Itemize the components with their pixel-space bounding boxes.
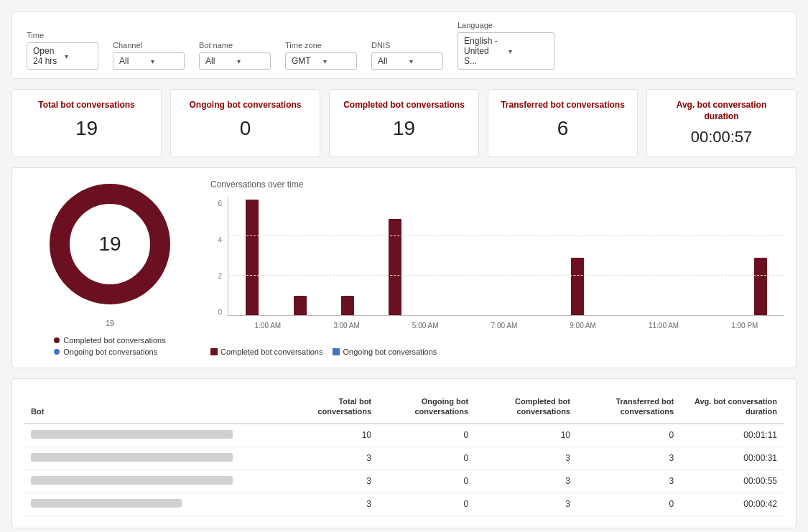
- ongoing-legend-dot: [54, 349, 60, 355]
- completed-cell: 3: [475, 447, 577, 470]
- avg-duration-cell: 00:00:31: [681, 447, 784, 470]
- completed-cell: 3: [475, 470, 577, 493]
- donut-center-value: 19: [98, 233, 121, 256]
- time-chevron-icon: ▾: [65, 52, 92, 60]
- donut-legend-ongoing: Ongoing bot conversations: [54, 347, 165, 356]
- dnis-filter-value: All: [378, 56, 405, 66]
- bar-chart-title: Conversations over time: [210, 179, 784, 190]
- donut-chart: 19: [45, 179, 175, 309]
- bar-cluster-3am: [282, 200, 318, 315]
- total-cell: 3: [290, 493, 379, 515]
- completed-conversations-value: 19: [341, 117, 467, 140]
- bar-3am: [294, 296, 307, 315]
- language-chevron-icon: ▾: [509, 47, 549, 55]
- transferred-cell: 0: [577, 424, 681, 447]
- ongoing-conversations-card: Ongoing bot conversations 0: [170, 89, 320, 157]
- dnis-filter-group: DNIS All ▾: [371, 41, 443, 70]
- language-filter-label: Language: [458, 21, 554, 29]
- total-cell: 3: [290, 447, 379, 470]
- x-label-3am: 3:00 AM: [333, 322, 360, 330]
- x-label-5am: 5:00 AM: [412, 322, 439, 330]
- bar-1am: [246, 200, 259, 315]
- time-filter-label: Time: [27, 31, 98, 39]
- bar-legend-completed: Completed bot conversations: [210, 347, 322, 356]
- botname-filter-group: Bot name All ▾: [199, 41, 271, 70]
- col-transferred-header: Transferred bot conversations: [577, 391, 681, 424]
- bot-data-table: Bot Total bot conversations Ongoing bot …: [24, 391, 784, 516]
- col-bot-header: Bot: [24, 391, 290, 424]
- transferred-cell: 3: [577, 470, 681, 493]
- bar-legend-completed-icon: [210, 348, 218, 355]
- table-section: Bot Total bot conversations Ongoing bot …: [11, 378, 797, 528]
- botname-filter-value: All: [205, 56, 233, 66]
- chart-area: 1:00 AM 3:00 AM 5:00 AM 7:00 AM 9:00 AM …: [228, 197, 784, 316]
- language-filter-group: Language English - United S... ▾: [458, 21, 554, 70]
- y-label-0: 0: [218, 308, 222, 316]
- avg-duration-card: Avg. bot conversation duration 00:00:57: [646, 89, 797, 157]
- bar-chart-container: Conversations over time 6 4 2 0: [210, 179, 784, 356]
- col-avg-header: Avg. bot conversation duration: [681, 391, 784, 424]
- bot-name-cell: [24, 424, 290, 447]
- bar-cluster-1pm: [742, 200, 779, 315]
- table-body: 10010000:01:11303300:00:31303300:00:5530…: [24, 424, 784, 516]
- total-conversations-card: Total bot conversations 19: [11, 89, 162, 157]
- avg-duration-value: 00:00:57: [659, 128, 784, 146]
- avg-duration-label: Avg. bot conversation duration: [659, 100, 784, 122]
- grid-line-4: [228, 275, 784, 276]
- avg-duration-cell: 00:00:55: [681, 470, 784, 493]
- bar-cluster-9am: [559, 200, 596, 315]
- blurred-bot-name: [31, 476, 233, 485]
- timezone-filter-value: GMT: [292, 56, 319, 66]
- time-filter-value: Open 24 hrs: [33, 46, 60, 66]
- x-label-9am: 9:00 AM: [570, 322, 596, 330]
- stats-row: Total bot conversations 19 Ongoing bot c…: [11, 89, 797, 157]
- avg-duration-cell: 00:00:42: [681, 493, 784, 515]
- bar-legend-ongoing-label: Ongoing bot conversations: [343, 347, 437, 356]
- transferred-conversations-card: Transferred bot conversations 6: [488, 89, 638, 157]
- completed-conversations-label: Completed bot conversations: [341, 100, 467, 111]
- col-completed-header: Completed bot conversations: [475, 391, 577, 424]
- botname-filter-label: Bot name: [199, 41, 271, 50]
- dnis-filter-select[interactable]: All ▾: [371, 52, 443, 70]
- donut-legend: Completed bot conversations Ongoing bot …: [54, 336, 165, 356]
- table-row: 303300:00:55: [24, 470, 784, 493]
- bar-legend-ongoing: Ongoing bot conversations: [333, 347, 437, 356]
- ongoing-cell: 0: [379, 493, 475, 515]
- donut-sub-number: 19: [106, 319, 114, 327]
- channel-chevron-icon: ▾: [151, 57, 178, 65]
- y-label-6: 6: [218, 200, 222, 207]
- total-cell: 3: [290, 470, 379, 493]
- bot-name-cell: [24, 470, 290, 493]
- completed-conversations-card: Completed bot conversations 19: [329, 89, 479, 157]
- bar-1pm: [754, 258, 767, 316]
- bot-name-cell: [24, 493, 290, 515]
- completed-legend-dot: [54, 337, 60, 343]
- table-row: 303300:00:31: [24, 447, 784, 470]
- x-axis-labels: 1:00 AM 3:00 AM 5:00 AM 7:00 AM 9:00 AM …: [228, 322, 784, 330]
- x-label-1pm: 1:00 PM: [731, 322, 758, 330]
- time-filter-group: Time Open 24 hrs ▾: [27, 31, 98, 70]
- donut-sub-value: 19: [106, 319, 114, 327]
- x-label-11am: 11:00 AM: [649, 322, 679, 330]
- completed-cell: 10: [475, 424, 577, 447]
- botname-filter-select[interactable]: All ▾: [199, 52, 271, 70]
- completed-cell: 3: [475, 493, 577, 515]
- language-filter-select[interactable]: English - United S... ▾: [458, 32, 554, 70]
- bar-chart-legend: Completed bot conversations Ongoing bot …: [210, 347, 784, 356]
- ongoing-conversations-value: 0: [182, 117, 308, 140]
- timezone-filter-select[interactable]: GMT ▾: [285, 52, 357, 70]
- transferred-conversations-value: 6: [500, 117, 626, 140]
- col-total-header: Total bot conversations: [290, 391, 379, 424]
- dnis-chevron-icon: ▾: [409, 57, 437, 65]
- table-row: 303000:00:42: [24, 493, 784, 515]
- ongoing-conversations-label: Ongoing bot conversations: [182, 100, 308, 111]
- ongoing-legend-label: Ongoing bot conversations: [63, 347, 157, 356]
- completed-legend-label: Completed bot conversations: [63, 336, 165, 345]
- col-ongoing-header: Ongoing bot conversations: [379, 391, 475, 424]
- timezone-filter-label: Time zone: [285, 41, 357, 50]
- table-header-row: Bot Total bot conversations Ongoing bot …: [24, 391, 784, 424]
- bar-legend-completed-label: Completed bot conversations: [220, 347, 322, 356]
- channel-filter-select[interactable]: All ▾: [113, 52, 185, 70]
- x-label-7am: 7:00 AM: [491, 322, 518, 330]
- time-filter-select[interactable]: Open 24 hrs ▾: [27, 42, 98, 70]
